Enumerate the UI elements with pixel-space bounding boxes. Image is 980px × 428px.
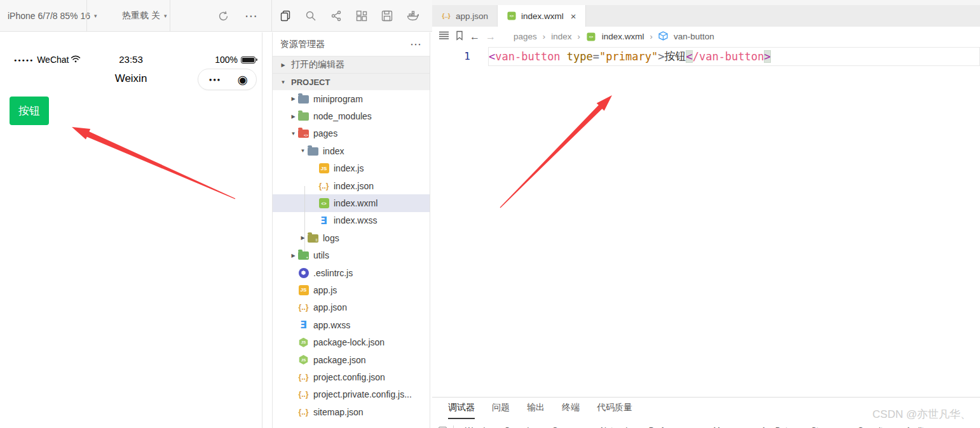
open-editors-section[interactable]: ▶ 打开的编辑器 — [273, 56, 430, 73]
project-label: PROJECT — [291, 77, 330, 87]
devtools-tabbar: Wxml Console Sources Network Performance… — [439, 423, 947, 428]
layout-grid-icon[interactable] — [351, 5, 372, 27]
close-icon[interactable]: × — [571, 11, 576, 22]
code-token: < — [489, 50, 495, 63]
capsule-more-icon[interactable]: ●●● — [207, 77, 221, 83]
file-tree: ▶ miniprogram ▶ node_modules ▼ <> pages … — [273, 90, 430, 420]
chevron-down-icon: ▾ — [94, 13, 97, 19]
tree-item-package-lock[interactable]: ▶ JS package-lock.json — [273, 333, 430, 351]
code-token: van-button — [495, 50, 560, 63]
breadcrumb-component[interactable]: van-button — [674, 32, 714, 41]
device-selector[interactable]: iPhone 6/7/8 85% 16 ▾ — [8, 0, 97, 32]
files-icon[interactable] — [275, 5, 296, 27]
resource-explorer: 资源管理器 ⋯ ▶ 打开的编辑器 ▼ PROJECT ▶ miniprogram… — [272, 32, 430, 428]
tree-item-utils[interactable]: ▶ + utils — [273, 247, 430, 264]
bookmark-icon[interactable] — [455, 30, 464, 43]
forward-icon[interactable]: → — [486, 31, 496, 43]
json-file-icon: {..} — [442, 12, 450, 19]
json-file-icon: {..} — [298, 302, 309, 313]
tab-output[interactable]: 输出 — [527, 402, 545, 419]
git-branch-icon[interactable] — [325, 5, 347, 27]
code-token: /van-button — [693, 50, 765, 63]
hot-reload-label: 热重载 关 — [122, 10, 160, 22]
breadcrumb-file[interactable]: index.wxml — [602, 32, 644, 41]
json-file-icon: {..} — [298, 371, 309, 382]
project-section[interactable]: ▼ PROJECT — [273, 73, 430, 90]
breadcrumb-pages[interactable]: pages — [514, 32, 537, 41]
code-token: = — [593, 50, 599, 63]
hot-reload-toggle[interactable]: 热重载 关 ▾ — [122, 0, 167, 32]
tree-item-logs[interactable]: ▶ ≡ logs — [273, 229, 430, 246]
refresh-button[interactable] — [212, 0, 234, 32]
tree-item-index-json[interactable]: {..} index.json — [273, 177, 430, 194]
tree-item-app-json[interactable]: ▶ {..} app.json — [273, 299, 430, 316]
javascript-file-icon: JS — [318, 163, 329, 174]
wechat-capsule[interactable]: ●●● ◉ — [198, 69, 257, 90]
tree-item-app-js[interactable]: ▶ JS app.js — [273, 281, 430, 298]
docker-whale-icon[interactable] — [402, 5, 423, 27]
chevron-icon: › — [543, 32, 545, 41]
code-content[interactable]: <van-button type="primary">按钮</van-butto… — [488, 47, 980, 66]
file-label: project.private.config.js... — [313, 389, 412, 399]
watermark: CSDN @亦世凡华、 — [873, 407, 971, 422]
chevron-down-icon: ▾ — [164, 13, 167, 19]
tab-debugger[interactable]: 调试器 — [448, 402, 475, 419]
file-label: package.json — [313, 355, 366, 365]
file-label: app.json — [313, 302, 347, 312]
code-line-1[interactable]: 1 <van-button type="primary">按钮</van-but… — [432, 46, 980, 66]
tree-item-eslintrc[interactable]: ▶ .eslintrc.js — [273, 264, 430, 281]
editor-tabs: {..} app.json <> index.wxml × — [432, 0, 980, 27]
tab-terminal[interactable]: 终端 — [562, 402, 580, 419]
tree-item-index[interactable]: ▼ index — [273, 142, 430, 159]
json-file-icon: {..} — [298, 406, 309, 417]
tree-item-pages[interactable]: ▼ <> pages — [273, 125, 430, 142]
breadcrumb-index[interactable]: index — [551, 32, 571, 41]
van-button-primary[interactable]: 按钮 — [10, 97, 49, 125]
folder-icon: <> — [298, 128, 309, 139]
tree-item-project-config[interactable]: ▶ {..} project.config.json — [273, 368, 430, 385]
javascript-file-icon: JS — [298, 284, 309, 295]
tree-item-miniprogram[interactable]: ▶ miniprogram — [273, 90, 430, 107]
tree-item-sitemap-json[interactable]: ▶ {..} sitemap.json — [273, 403, 430, 420]
tree-item-project-private-config[interactable]: ▶ {..} project.private.config.js... — [273, 386, 430, 403]
chevron-right-icon: ▶ — [289, 96, 298, 102]
explorer-title: 资源管理器 — [280, 39, 410, 50]
folder-icon: ≡ — [308, 232, 318, 243]
search-icon[interactable] — [300, 5, 322, 27]
explorer-more-icon[interactable]: ⋯ — [410, 41, 422, 48]
tree-item-index-wxss[interactable]: Ǝ index.wxss — [273, 212, 430, 229]
code-token: type — [567, 50, 593, 63]
tab-app-json[interactable]: {..} app.json — [432, 5, 498, 27]
phone-simulator: ●●●●● WeChat 23:53 100% Weixin ●●● ◉ 按钮 — [0, 32, 262, 428]
tab-label: app.json — [456, 11, 488, 21]
tab-problems[interactable]: 问题 — [492, 402, 510, 419]
file-label: sitemap.json — [313, 407, 364, 417]
outline-list-icon[interactable] — [439, 31, 449, 42]
tree-item-node-modules[interactable]: ▶ node_modules — [273, 107, 430, 124]
file-label: index — [323, 146, 344, 156]
open-editors-label: 打开的编辑器 — [291, 59, 344, 70]
file-label: project.config.json — [313, 372, 385, 382]
tab-index-wxml[interactable]: <> index.wxml × — [498, 5, 586, 27]
tree-item-index-wxml[interactable]: <> index.wxml — [273, 194, 430, 211]
chevron-right-icon: ▶ — [289, 114, 298, 119]
back-icon[interactable]: ← — [470, 31, 480, 43]
tab-code-quality[interactable]: 代码质量 — [597, 402, 632, 419]
save-icon[interactable] — [376, 5, 398, 27]
npm-file-icon: JS — [298, 337, 309, 348]
file-label: app.js — [313, 285, 337, 295]
capsule-exit-icon[interactable]: ◉ — [238, 74, 248, 86]
file-label: .eslintrc.js — [313, 268, 353, 278]
chevron-down-icon: ▼ — [278, 79, 288, 85]
toolbar-more-button[interactable]: ⋯ — [245, 0, 259, 32]
folder-icon: + — [298, 250, 309, 261]
tree-item-app-wxss[interactable]: ▶ Ǝ app.wxss — [273, 316, 430, 333]
divider — [170, 0, 170, 32]
breadcrumb: ← → pages › index › <> index.wxml › van-… — [432, 27, 980, 46]
device-label: iPhone 6/7/8 85% 16 — [8, 11, 90, 21]
tree-item-index-js[interactable]: JS index.js — [273, 160, 430, 177]
file-label: index.json — [334, 181, 374, 191]
tree-item-package-json[interactable]: ▶ JS package.json — [273, 351, 430, 368]
folder-icon — [298, 93, 309, 104]
file-label: node_modules — [313, 111, 372, 121]
